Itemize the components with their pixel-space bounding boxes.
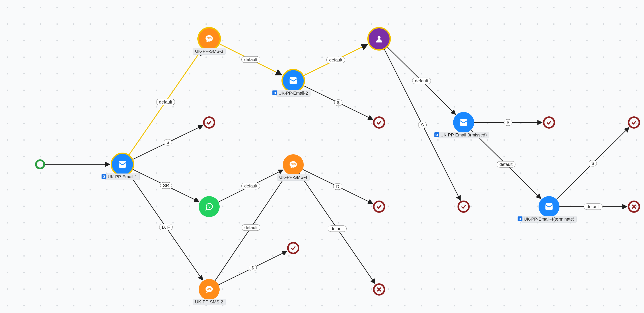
check-icon: [631, 119, 637, 126]
sms-node[interactable]: SMS: [199, 279, 220, 300]
check-icon: [460, 204, 467, 210]
node-label: UK-PP-SMS-4: [277, 174, 310, 181]
success-terminal[interactable]: [203, 116, 215, 129]
check-icon: [546, 119, 552, 126]
envelope-icon: [118, 160, 127, 169]
edge-label[interactable]: default: [242, 57, 260, 63]
node-user[interactable]: [368, 28, 390, 49]
node-t1[interactable]: [203, 116, 215, 129]
edge-label[interactable]: $: [249, 265, 257, 271]
envelope-node[interactable]: [283, 70, 304, 91]
contact-badge-icon: [272, 91, 277, 95]
envelope-node[interactable]: [538, 196, 560, 217]
user-icon: [375, 35, 384, 43]
whatsapp-icon: [205, 202, 214, 211]
check-icon: [376, 204, 382, 210]
node-sms3[interactable]: SMSUK-PP-SMS-3: [199, 28, 220, 49]
fail-terminal[interactable]: [373, 283, 385, 295]
node-email4[interactable]: UK-PP-Email-4(terminate): [538, 196, 560, 217]
envelope-icon: [289, 76, 298, 85]
node-label: UK-PP-Email-2: [276, 90, 310, 97]
edge-layer: [0, 0, 644, 313]
success-terminal[interactable]: [287, 242, 299, 254]
success-terminal[interactable]: [628, 116, 640, 129]
node-t9[interactable]: [628, 200, 640, 213]
node-t2[interactable]: [373, 116, 385, 129]
svg-point-11: [436, 134, 437, 135]
contact-badge-icon: [434, 132, 439, 137]
workflow-canvas[interactable]: default$SRB, Fdefaultdefault$defaultdefa…: [0, 0, 644, 313]
start-node[interactable]: [35, 159, 45, 169]
svg-text:SMS: SMS: [207, 37, 212, 40]
envelope-icon: [459, 118, 468, 127]
edge-label[interactable]: default: [326, 57, 345, 63]
node-sms4[interactable]: SMSUK-PP-SMS-4: [283, 154, 304, 175]
node-start[interactable]: [35, 159, 45, 169]
svg-text:SMS: SMS: [207, 288, 212, 290]
node-email1[interactable]: UK-PP-Email-1: [112, 154, 133, 175]
check-icon: [376, 119, 382, 126]
envelope-node[interactable]: [453, 112, 474, 133]
svg-point-6: [274, 92, 275, 93]
node-label: UK-PP-Email-1: [105, 173, 140, 180]
edge-label[interactable]: default: [242, 183, 260, 189]
node-t7[interactable]: [543, 116, 555, 129]
edge-label[interactable]: $: [589, 160, 597, 167]
node-t3[interactable]: [287, 242, 299, 254]
edge-label[interactable]: default: [242, 224, 260, 231]
edge-label[interactable]: default: [412, 78, 431, 84]
sms-icon: SMS: [205, 285, 214, 294]
envelope-icon: [545, 202, 553, 211]
svg-point-13: [520, 218, 520, 219]
edge-label[interactable]: default: [328, 225, 346, 232]
svg-point-7: [378, 36, 380, 39]
contact-badge-icon: [518, 216, 522, 221]
cross-icon: [376, 286, 382, 292]
edge-label[interactable]: SR: [160, 182, 172, 189]
edge-label[interactable]: default: [584, 204, 602, 210]
sms-node[interactable]: SMS: [283, 154, 304, 175]
success-terminal[interactable]: [458, 200, 470, 213]
success-terminal[interactable]: [373, 200, 385, 213]
edge-label[interactable]: S: [418, 122, 426, 128]
edge-label[interactable]: $: [334, 99, 342, 106]
success-terminal[interactable]: [543, 116, 555, 129]
node-label: UK-PP-Email-4(terminate): [521, 216, 577, 222]
contact-badge-icon: [102, 174, 106, 179]
node-email2[interactable]: UK-PP-Email-2: [283, 70, 304, 91]
success-terminal[interactable]: [373, 116, 385, 129]
svg-point-3: [103, 176, 104, 177]
edge-label[interactable]: default: [156, 99, 175, 105]
sms-node[interactable]: SMS: [199, 28, 220, 49]
node-t6[interactable]: [458, 200, 470, 213]
check-icon: [206, 119, 212, 126]
edge-label[interactable]: $: [164, 139, 172, 146]
node-sms2[interactable]: SMSUK-PP-SMS-2: [199, 279, 220, 300]
node-email3[interactable]: UK-PP-Email-3(missed): [453, 112, 474, 133]
edge-label[interactable]: default: [497, 161, 516, 167]
edge-label[interactable]: $: [504, 119, 512, 126]
svg-text:SMS: SMS: [291, 163, 296, 165]
node-whatsapp[interactable]: [199, 196, 220, 217]
fail-terminal[interactable]: [628, 200, 640, 213]
envelope-node[interactable]: [112, 154, 133, 175]
edge-label[interactable]: B, F: [159, 224, 173, 230]
whatsapp-node[interactable]: [199, 196, 220, 217]
user-node[interactable]: [368, 28, 390, 49]
edge-label[interactable]: D: [333, 183, 342, 190]
sms-icon: SMS: [205, 35, 214, 43]
sms-icon: SMS: [289, 160, 298, 169]
node-t5[interactable]: [373, 283, 385, 295]
node-label: UK-PP-Email-3(missed): [438, 132, 489, 138]
cross-icon: [631, 204, 637, 210]
node-label: UK-PP-SMS-3: [193, 48, 226, 55]
node-t8[interactable]: [628, 116, 640, 129]
node-t4[interactable]: [373, 200, 385, 213]
check-icon: [290, 245, 296, 251]
node-label: UK-PP-SMS-2: [193, 299, 226, 305]
